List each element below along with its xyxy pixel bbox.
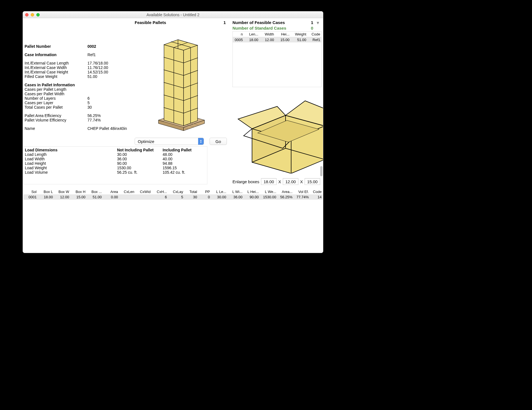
case-width: 11.76/12.00	[87, 65, 108, 70]
col[interactable]: Total	[184, 189, 198, 194]
load-row-ni: 30.00	[117, 152, 163, 157]
col[interactable]: Sol	[23, 189, 37, 194]
window-title: Available Solutions - Untitled 2	[23, 13, 323, 17]
col-width[interactable]: Width	[259, 32, 275, 37]
col[interactable]: Box ...	[86, 189, 103, 194]
cases-table[interactable]: n Len... Width Hei... Weight Code 0005 1…	[232, 31, 322, 87]
vol-eff-label: Pallet Volume Efficiency	[25, 118, 87, 122]
cases-pane: Number of Feasible Cases 1 Number of Sta…	[232, 20, 322, 87]
load-row-label: Load Volume	[25, 170, 117, 175]
col[interactable]: CxH...	[151, 189, 168, 194]
pallet-info-pane: Pallet Number0002 Case InformationRef1 I…	[24, 20, 134, 146]
cell: 5	[168, 194, 184, 200]
load-row-label: Load Length	[25, 152, 117, 157]
cell: 0005	[233, 37, 244, 43]
enlarge-height-input[interactable]	[305, 178, 320, 185]
case-info-label: Case Information	[25, 53, 87, 57]
cell: 12.00	[259, 37, 275, 43]
col[interactable]: Vol Ef.	[293, 189, 310, 194]
area-eff-label: Pallet Area Efficiency	[25, 113, 87, 118]
load-dim-header: Load Dimensions	[25, 148, 117, 152]
col-len[interactable]: Len...	[244, 32, 259, 37]
enlarge-length-input[interactable]	[261, 178, 277, 185]
case-info: Ref1	[87, 53, 96, 57]
cell: 77.74%	[293, 194, 310, 200]
col[interactable]: Area...	[277, 189, 293, 194]
pallet-name-label: Name	[25, 126, 87, 131]
cell: 18.00	[244, 37, 259, 43]
col-n[interactable]: n	[233, 32, 244, 37]
scrollbar-thumb[interactable]	[320, 166, 322, 176]
cell: 12.00	[54, 194, 70, 200]
table-header-row: Sol Box L Box W Box H Box ... Area CxLen…	[23, 189, 322, 194]
titlebar[interactable]: Available Solutions - Untitled 2	[23, 11, 323, 18]
col-weight[interactable]: Weight	[291, 32, 307, 37]
feasible-cases-label: Number of Feasible Cases	[232, 20, 285, 25]
load-row-label: Load Width	[25, 157, 117, 161]
cell: 0001	[23, 194, 37, 200]
feasible-pallets-count: 1	[224, 20, 226, 25]
cell: 90.00	[243, 194, 260, 200]
col-hei[interactable]: Hei...	[275, 32, 291, 37]
load-notinc-header: Not Including Pallet	[117, 148, 163, 152]
window-content: Pallet Number0002 Case InformationRef1 I…	[23, 18, 323, 253]
load-dimensions-pane: Load Dimensions Not Including Pallet Inc…	[23, 146, 207, 184]
standard-cases-label: Number of Standard Cases	[232, 26, 286, 30]
cases-in-pallet-label: Cases in Pallet Information	[25, 83, 87, 87]
optimize-select[interactable]: Optimize ▲▼	[135, 138, 204, 145]
table-row[interactable]: 0005 18.00 12.00 15.00 51.00 Ref1	[233, 37, 321, 43]
load-row-ni: 36.00	[117, 157, 163, 161]
col[interactable]: CxLen	[119, 189, 135, 194]
pallet-number: 0002	[87, 44, 96, 49]
col[interactable]: L Le...	[211, 189, 227, 194]
case-height: 14.52/15.00	[87, 70, 108, 74]
chevron-up-down-icon: ▲▼	[198, 138, 204, 145]
table-row[interactable]: 0001 18.00 12.00 15.00 51.00 0.00 6 5 30…	[23, 194, 322, 200]
case-length-label: Int./External Case Length	[25, 61, 87, 65]
disclosure-triangle-icon[interactable]: ▼	[316, 20, 320, 25]
pallet-illustration	[135, 26, 227, 136]
col[interactable]: L We...	[260, 189, 277, 194]
col[interactable]: L Wi...	[227, 189, 243, 194]
load-row-i: 94.88	[163, 161, 205, 166]
cell: 6	[151, 194, 168, 200]
load-row-label: Load Height	[25, 161, 117, 166]
cell: 1530.00	[260, 194, 277, 200]
layers-label: Number of Layers	[25, 96, 87, 101]
enlarge-width-input[interactable]	[283, 178, 298, 185]
cases-per-length-label: Cases per Pallet Length	[25, 87, 87, 92]
enlarge-boxes-row: Enlarge boxes X X	[232, 178, 320, 185]
col[interactable]: L Hei...	[243, 189, 260, 194]
col[interactable]: CxLay	[168, 189, 184, 194]
col-code[interactable]: Code	[307, 32, 321, 37]
col[interactable]: Box L	[37, 189, 54, 194]
filled-weight: 51.00	[87, 74, 97, 79]
col[interactable]: Box H	[70, 189, 86, 194]
col[interactable]: CxWid	[135, 189, 151, 194]
cell: 51.00	[291, 37, 307, 43]
feasible-cases-count: 1	[311, 20, 313, 25]
standard-cases-count: 0	[311, 26, 313, 30]
col[interactable]: PP	[198, 189, 211, 194]
cell: 14	[310, 194, 322, 200]
total-cases: 30	[87, 105, 92, 109]
optimize-row: Optimize ▲▼ Go	[135, 138, 227, 146]
layers: 6	[87, 96, 90, 101]
pallet-preview-pane: Feasible Pallets 1	[135, 20, 227, 136]
optimize-select-label: Optimize	[138, 139, 154, 144]
box-illustration	[232, 92, 323, 173]
col[interactable]: Box W	[54, 189, 70, 194]
load-row-i: 105.42 cu. ft.	[163, 170, 205, 175]
col[interactable]: Code	[310, 189, 322, 194]
pallet-name: CHEP Pallet 48inx40in	[87, 126, 127, 131]
case-width-label: Int./External Case Width	[25, 65, 87, 70]
load-row-i: 1596.15	[163, 166, 205, 170]
go-button[interactable]: Go	[210, 138, 227, 145]
area-eff: 56.25%	[87, 113, 101, 118]
pallet-number-label: Pallet Number	[25, 44, 87, 49]
cases-per-layer-label: Cases per Layer	[25, 101, 87, 105]
solutions-table[interactable]: Sol Box L Box W Box H Box ... Area CxLen…	[23, 189, 322, 252]
col[interactable]: Area	[103, 189, 119, 194]
cases-per-width-label: Cases per Pallet Width	[25, 92, 87, 96]
cell: 15.00	[70, 194, 86, 200]
